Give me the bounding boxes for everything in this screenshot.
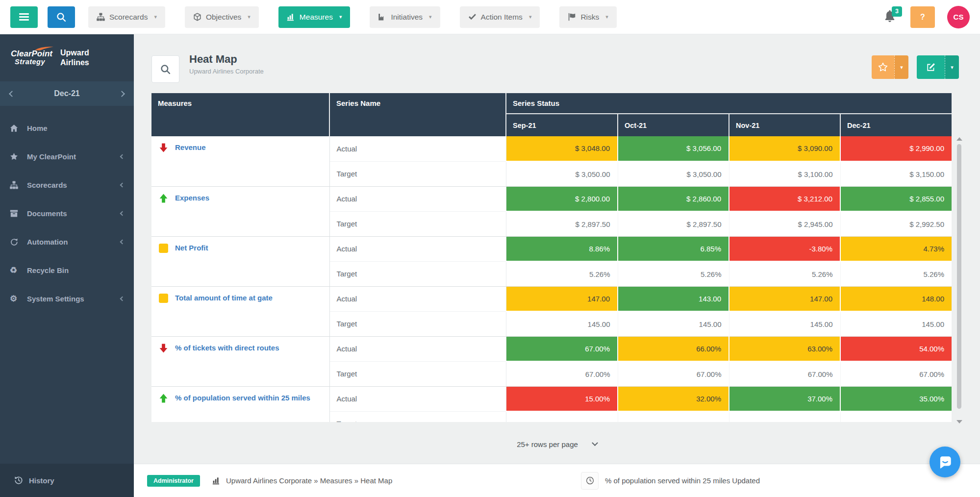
target-value-cell[interactable]: 145.00 — [506, 311, 618, 336]
measure-row-actual: RevenueActual$ 3,048.00$ 3,056.00$ 3,090… — [151, 136, 952, 161]
status-value-cell[interactable]: $ 2,860.00 — [618, 186, 729, 211]
status-value-cell[interactable]: 147.00 — [729, 286, 840, 311]
nav-button-scorecards[interactable]: Scorecards▾ — [88, 6, 165, 28]
target-value-cell[interactable]: 5.26% — [618, 261, 729, 286]
target-value-cell[interactable]: $ 3,100.00 — [729, 161, 840, 186]
target-value-cell[interactable]: 5.26% — [840, 261, 952, 286]
edit-button[interactable] — [917, 55, 945, 79]
status-value-cell[interactable]: 148.00 — [840, 286, 952, 311]
series-name-cell: Actual — [329, 186, 506, 211]
target-value-cell[interactable]: 5.26% — [506, 261, 618, 286]
measure-link[interactable]: % of tickets with direct routes — [175, 343, 279, 353]
status-value-cell[interactable]: 67.00% — [506, 336, 618, 361]
next-period-arrow-icon[interactable] — [119, 91, 125, 97]
status-value-cell[interactable]: $ 3,056.00 — [618, 136, 729, 161]
scrollbar-thumb[interactable] — [957, 144, 961, 409]
previous-period-arrow-icon[interactable] — [9, 91, 15, 97]
target-value-cell[interactable]: 67.00% — [729, 361, 840, 386]
status-bar: Administrator Upward Airlines Corporate … — [134, 464, 980, 497]
status-value-cell[interactable]: 32.00% — [618, 386, 729, 411]
status-value-cell[interactable]: 37.00% — [729, 386, 840, 411]
measure-link[interactable]: Revenue — [175, 143, 206, 152]
rows-per-page-control[interactable]: 25+ rows per page — [134, 440, 980, 448]
target-value-cell[interactable]: 35.00% — [729, 411, 840, 422]
current-period-label[interactable]: Dec-21 — [54, 89, 79, 98]
nav-button-action-items[interactable]: Action Items▾ — [460, 6, 540, 28]
status-value-cell[interactable]: 6.85% — [618, 236, 729, 261]
status-value-cell[interactable]: 63.00% — [729, 336, 840, 361]
target-value-cell[interactable]: 5.26% — [729, 261, 840, 286]
breadcrumb[interactable]: Upward Airlines Corporate » Measures » H… — [226, 476, 392, 485]
sidebar-item-automation[interactable]: Automation — [0, 227, 134, 256]
target-value-cell[interactable]: 67.00% — [506, 361, 618, 386]
sidebar-item-documents[interactable]: Documents — [0, 199, 134, 227]
series-name-cell: Target — [329, 411, 506, 422]
sidebar-item-home[interactable]: Home — [0, 114, 134, 142]
global-search-button[interactable] — [48, 6, 75, 28]
target-value-cell[interactable]: $ 2,897.50 — [618, 211, 729, 236]
target-value-cell[interactable]: 35.00% — [618, 411, 729, 422]
status-value-cell[interactable]: $ 2,990.00 — [840, 136, 952, 161]
status-value-cell[interactable]: $ 2,800.00 — [506, 186, 618, 211]
target-value-cell[interactable]: 145.00 — [729, 311, 840, 336]
measure-link[interactable]: Net Profit — [175, 243, 208, 253]
sidebar-item-label: Recycle Bin — [27, 266, 69, 274]
status-value-cell[interactable]: 35.00% — [840, 386, 952, 411]
status-value-cell[interactable]: 4.73% — [840, 236, 952, 261]
table-scrollbar[interactable] — [956, 137, 962, 423]
favorite-button[interactable] — [872, 55, 894, 79]
page-search-button[interactable] — [151, 55, 179, 83]
menu-button[interactable] — [10, 6, 38, 28]
target-value-cell[interactable]: 67.00% — [618, 361, 729, 386]
scroll-down-arrow-icon[interactable] — [956, 420, 962, 423]
caret-down-icon: ▾ — [605, 14, 608, 20]
chevron-left-icon — [120, 296, 125, 301]
arrow-up-icon — [158, 393, 169, 403]
chat-launcher-button[interactable] — [930, 447, 960, 477]
target-value-cell[interactable]: 145.00 — [618, 311, 729, 336]
measure-link[interactable]: Expenses — [175, 193, 209, 203]
nav-button-measures[interactable]: Measures▾ — [278, 6, 351, 28]
series-name-cell: Actual — [329, 136, 506, 161]
edit-dropdown-button[interactable]: ▾ — [945, 55, 959, 79]
measure-link[interactable]: Total amount of time at gate — [175, 293, 273, 303]
status-value-cell[interactable]: $ 3,090.00 — [729, 136, 840, 161]
target-value-cell[interactable]: $ 2,945.00 — [729, 211, 840, 236]
status-value-cell[interactable]: $ 2,855.00 — [840, 186, 952, 211]
status-value-cell[interactable]: 147.00 — [506, 286, 618, 311]
target-value-cell[interactable]: $ 3,050.00 — [506, 161, 618, 186]
status-value-cell[interactable]: $ 3,212.00 — [729, 186, 840, 211]
status-value-cell[interactable]: 143.00 — [618, 286, 729, 311]
target-value-cell[interactable]: 35.00% — [840, 411, 952, 422]
clearpoint-logo: ClearPoint Strategy — [11, 50, 52, 66]
sidebar-item-recycle-bin[interactable]: ♻Recycle Bin — [0, 256, 134, 284]
target-value-cell[interactable]: $ 3,050.00 — [618, 161, 729, 186]
status-value-cell[interactable]: $ 3,048.00 — [506, 136, 618, 161]
scroll-up-arrow-icon[interactable] — [956, 137, 962, 141]
status-value-cell[interactable]: 8.86% — [506, 236, 618, 261]
notifications-button[interactable]: 3 — [881, 9, 898, 25]
nav-button-objectives[interactable]: Objectives▾ — [185, 6, 259, 28]
sidebar-item-history[interactable]: History — [0, 464, 134, 497]
target-value-cell[interactable]: 35.00% — [506, 411, 618, 422]
status-value-cell[interactable]: 54.00% — [840, 336, 952, 361]
user-avatar[interactable]: CS — [947, 6, 970, 28]
target-value-cell[interactable]: $ 2,992.50 — [840, 211, 952, 236]
sidebar-item-system-settings[interactable]: ⚙System Settings — [0, 284, 134, 313]
status-value-cell[interactable]: -3.80% — [729, 236, 840, 261]
sidebar: ClearPoint Strategy Upward Airlines Dec-… — [0, 34, 134, 497]
help-button[interactable]: ? — [910, 6, 935, 28]
target-value-cell[interactable]: 67.00% — [840, 361, 952, 386]
measure-link[interactable]: % of population served within 25 miles — [175, 393, 310, 403]
nav-button-risks[interactable]: Risks▾ — [559, 6, 616, 28]
module-navigation: Scorecards▾Objectives▾Measures▾Initiativ… — [88, 6, 617, 28]
status-value-cell[interactable]: 15.00% — [506, 386, 618, 411]
target-value-cell[interactable]: $ 3,150.00 — [840, 161, 952, 186]
target-value-cell[interactable]: $ 2,897.50 — [506, 211, 618, 236]
nav-button-initiatives[interactable]: Initiatives▾ — [370, 6, 440, 28]
status-value-cell[interactable]: 66.00% — [618, 336, 729, 361]
sidebar-item-scorecards[interactable]: Scorecards — [0, 171, 134, 199]
favorite-dropdown-button[interactable]: ▾ — [894, 55, 908, 79]
sidebar-item-my-clearpoint[interactable]: My ClearPoint — [0, 142, 134, 171]
target-value-cell[interactable]: 145.00 — [840, 311, 952, 336]
